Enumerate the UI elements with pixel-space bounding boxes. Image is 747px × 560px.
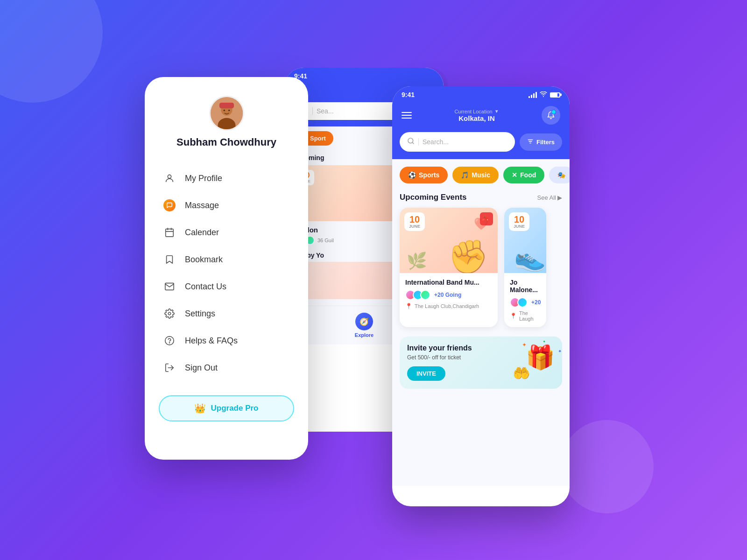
status-time: 9:41: [402, 91, 415, 98]
menu-item-help[interactable]: Helps & FAQs: [159, 327, 294, 354]
date-badge-2: 10 JUNE: [509, 212, 529, 231]
date-num-2: 10: [514, 215, 525, 224]
food-icon: ✕: [512, 171, 517, 179]
invite-illustration: 🎁 🤲 ✦ ✦ ●: [517, 344, 555, 381]
profile-section: Subham Chowdhury: [159, 96, 294, 148]
invite-button[interactable]: INVITE: [407, 366, 445, 381]
event-card-2[interactable]: 10 JUNE 👟 Jo Malone... +20: [504, 208, 546, 327]
menu-item-massage[interactable]: Massage: [159, 192, 294, 219]
menu-list: My Profile Massage Calender: [159, 165, 294, 381]
music-label: Music: [472, 171, 490, 179]
category-more[interactable]: 🎭: [549, 167, 570, 183]
category-sports[interactable]: ⚽ Sports: [400, 167, 448, 183]
battery-icon: [550, 92, 560, 98]
filter-label: Filters: [536, 139, 555, 146]
help-icon: [163, 335, 176, 347]
upgrade-label: Upgrade Pro: [211, 404, 258, 413]
date-badge-1: 10 JUNE: [404, 212, 425, 231]
invite-content: Invite your friends Get 500/- off for ti…: [407, 344, 513, 381]
envelope-icon: [163, 280, 176, 293]
svg-point-6: [228, 110, 229, 111]
invite-subtitle: Get 500/- off for ticket: [407, 354, 513, 361]
heart-deco-1: ❤️: [474, 217, 488, 231]
search-bar[interactable]: Search...: [400, 132, 515, 152]
category-music[interactable]: 🎵 Music: [452, 167, 499, 183]
sports-icon: ⚽: [408, 171, 416, 179]
search-divider: [418, 138, 419, 146]
categories-row: ⚽ Sports 🎵 Music ✕ Food 🎭: [392, 159, 570, 187]
see-all-button[interactable]: See All ▶: [537, 194, 562, 201]
event-image-1: 10 JUNE 🔖 ✊ 🌿 ❤️: [400, 208, 498, 273]
calendar-icon: [163, 226, 176, 238]
event-image-2: 10 JUNE 👟: [504, 208, 546, 273]
more-icon: 🎭: [557, 171, 565, 179]
status-bar: 9:41: [392, 86, 570, 101]
chat-bubble-icon: [163, 199, 176, 211]
signal-icon: [529, 91, 537, 98]
explore-btn-mid[interactable]: 🧭 Explore: [355, 313, 374, 338]
attendee-1c: [420, 290, 430, 300]
event-location-1: 📍 The Laugh Club,Chandigarh: [405, 303, 492, 309]
notification-button[interactable]: [542, 106, 560, 125]
flower-deco-1: 🌿: [407, 252, 427, 271]
svg-point-7: [168, 175, 171, 178]
gear-icon: [163, 308, 176, 320]
shoe-illustration: 👟: [514, 243, 546, 273]
menu-label-settings: Settings: [185, 309, 215, 319]
menu-label-profile: My Profile: [185, 174, 222, 183]
filter-button[interactable]: Filters: [520, 133, 562, 151]
gift-hand-icon: 🎁: [526, 344, 555, 371]
menu-item-profile[interactable]: My Profile: [159, 165, 294, 192]
search-icon: [407, 137, 415, 147]
location-center: Current Location ▼ Kolkata, IN: [454, 109, 499, 122]
event-title-2: Jo Malone...: [510, 279, 541, 294]
sports-label: Sports: [419, 171, 439, 179]
upcoming-title: Upcoming Events: [400, 193, 467, 202]
svg-rect-8: [166, 229, 174, 237]
divider-mid: [312, 107, 313, 115]
bookmark-icon: [163, 253, 176, 266]
menu-item-bookmark[interactable]: Bookmark: [159, 246, 294, 273]
svg-point-13: [165, 336, 174, 345]
event-location-2: 📍 The Laugh: [510, 310, 541, 322]
profile-name: Subham Chowdhury: [176, 136, 276, 148]
svg-line-17: [412, 142, 414, 144]
event-title-1: International Band Mu...: [405, 279, 492, 286]
music-icon: 🎵: [461, 171, 469, 179]
location-pin-icon-1: 📍: [405, 303, 412, 309]
menu-item-settings[interactable]: Settings: [159, 300, 294, 327]
current-location-label: Current Location ▼: [454, 109, 499, 114]
category-food[interactable]: ✕ Food: [503, 167, 544, 183]
crown-icon: 👑: [194, 403, 206, 414]
date-num-1: 10: [409, 215, 420, 224]
menu-item-signout[interactable]: Sign Out: [159, 354, 294, 381]
food-label: Food: [520, 171, 536, 179]
svg-point-12: [168, 312, 171, 315]
filter-icon: [527, 138, 534, 146]
invite-banner: Invite your friends Get 500/- off for ti…: [400, 336, 562, 389]
events-scroll: 10 JUNE 🔖 ✊ 🌿 ❤️ International Band Mu..…: [392, 206, 570, 335]
upcoming-header: Upcoming Events See All ▶: [392, 187, 570, 206]
explore-circle: 🧭: [355, 313, 373, 330]
menu-label-help: Helps & FAQs: [185, 336, 238, 346]
date-month-2: JUNE: [514, 224, 525, 229]
arrow-icon: ▶: [557, 194, 562, 201]
menu-item-contact[interactable]: Contact Us: [159, 273, 294, 300]
app-header: Current Location ▼ Kolkata, IN: [392, 101, 570, 132]
attendee-2b: [517, 297, 528, 308]
event-going-1: +20 Going: [405, 290, 492, 300]
menu-item-calendar[interactable]: Calender: [159, 219, 294, 246]
hamburger-button[interactable]: [402, 112, 412, 119]
hand-illustration-1: ✊: [448, 240, 488, 273]
date-month-1: JUNE: [409, 224, 420, 229]
party-hand-icon: 🤲: [513, 365, 530, 381]
upgrade-pro-button[interactable]: 👑 Upgrade Pro: [159, 395, 294, 421]
event-details-2: Jo Malone... +20 📍 The Laugh: [504, 273, 546, 327]
avatar: [209, 96, 244, 131]
chevron-down-icon: ▼: [494, 109, 499, 114]
event-card-1[interactable]: 10 JUNE 🔖 ✊ 🌿 ❤️ International Band Mu..…: [400, 208, 498, 327]
svg-rect-4: [219, 103, 233, 108]
wifi-icon: [540, 91, 547, 98]
location-name: Kolkata, IN: [458, 114, 495, 122]
search-container: Search... Filters: [392, 132, 570, 159]
